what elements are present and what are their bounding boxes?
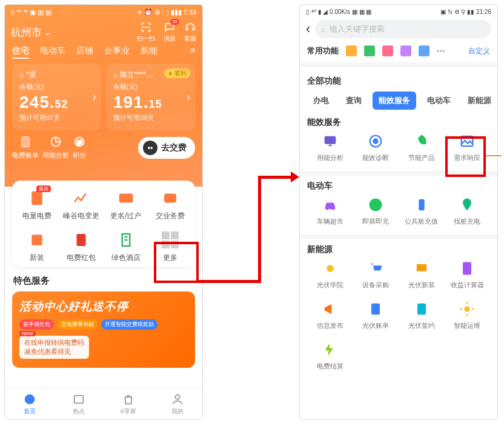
monitor-icon bbox=[322, 133, 339, 150]
scan-button[interactable]: 扫一扫 bbox=[137, 21, 155, 43]
search-input[interactable]: ⌕输入关键字搜索 bbox=[315, 20, 491, 38]
fn-car-market[interactable]: 车辆超市 bbox=[307, 196, 353, 226]
mini-icon[interactable] bbox=[382, 45, 393, 56]
svg-rect-5 bbox=[31, 191, 42, 205]
tab-ev[interactable]: 电动车 bbox=[40, 45, 65, 59]
chart-icon bbox=[72, 189, 90, 207]
fn-usage-fee[interactable]: 最新电量电费 bbox=[15, 189, 59, 221]
dots-icon: ••• bbox=[437, 47, 445, 56]
mini-icon[interactable] bbox=[400, 45, 411, 56]
target-icon bbox=[367, 133, 384, 150]
fn-pv-academy[interactable]: 光伏学院 bbox=[307, 260, 353, 290]
fn-usage-analysis[interactable]: 用能分析 bbox=[307, 133, 353, 162]
tab-shop[interactable]: 店铺 bbox=[76, 45, 93, 59]
svg-point-13 bbox=[176, 394, 180, 399]
fn-find-charger[interactable]: 找桩充电 bbox=[445, 196, 491, 226]
tab-home[interactable]: 住宅 bbox=[12, 45, 29, 59]
svg-rect-24 bbox=[417, 264, 426, 271]
messages-button[interactable]: 39 消息 bbox=[164, 21, 176, 43]
analysis-button[interactable]: 用能分析 bbox=[42, 135, 69, 160]
home-icon: ⌂ bbox=[113, 71, 118, 79]
tab-newenergy[interactable]: 新能 bbox=[141, 45, 158, 59]
tab-ehome-nav[interactable]: e享家 bbox=[104, 388, 153, 419]
fn-smart-ops[interactable]: 智能运维 bbox=[445, 301, 491, 330]
fn-bizfee[interactable]: 交业务费 bbox=[148, 189, 193, 221]
user-icon bbox=[171, 393, 184, 406]
svg-rect-0 bbox=[22, 137, 30, 147]
fn-news[interactable]: 信息发布 bbox=[307, 301, 353, 330]
svg-rect-22 bbox=[419, 199, 424, 211]
back-button[interactable]: ‹ bbox=[306, 21, 310, 37]
signin-badge[interactable]: ☀签到 bbox=[164, 68, 190, 78]
svg-rect-14 bbox=[324, 136, 336, 144]
mini-icon[interactable] bbox=[346, 45, 357, 56]
tab-home-nav[interactable]: 首页 bbox=[5, 388, 55, 419]
help-button[interactable]: 客服 bbox=[184, 21, 196, 43]
all-functions-screen: ▯ ⁴⁶ ▮ ◢ 0.00K/s ▦ ▦ ▦ ▣ ℕ ⚙ ⚲ ▮▮ 21:26 … bbox=[300, 5, 497, 419]
fn-public-recharge[interactable]: 公共桩充值 bbox=[399, 196, 445, 226]
pay-button[interactable]: ••去交费 bbox=[138, 137, 195, 159]
svg-point-19 bbox=[326, 208, 328, 210]
promo-banner[interactable]: 活动中心好礼送不停 新手领红包 交电费享补贴 开通智能交费得奖励 NEW 在线申… bbox=[12, 291, 195, 368]
sec-efficiency-title: 能效服务 bbox=[307, 117, 490, 128]
tab-hot-nav[interactable]: 热点 bbox=[55, 388, 104, 419]
search-icon: ⌕ bbox=[321, 25, 326, 34]
fn-plug-charge[interactable]: 即插即充 bbox=[353, 196, 399, 226]
fn-equipment[interactable]: 设备采购 bbox=[353, 260, 399, 290]
mini-icon[interactable] bbox=[364, 45, 375, 56]
mini-icon[interactable] bbox=[419, 45, 429, 56]
status-right: ✈ ⏰ ⚙ ⬚ ▮▮▮ 7:33 bbox=[137, 8, 196, 16]
fn-rename[interactable]: 更名/过户 bbox=[104, 189, 148, 221]
fn-peak-valley[interactable]: 峰谷电变更 bbox=[59, 189, 104, 221]
ct-apply[interactable]: 办电 bbox=[307, 92, 335, 110]
svg-rect-7 bbox=[164, 194, 176, 203]
account-card-1[interactable]: ⌂*彦 余额(元) 245.52 预计可用97天 › bbox=[12, 64, 101, 130]
svg-rect-26 bbox=[371, 304, 380, 315]
fn-roi-calc[interactable]: 收益计算器 bbox=[445, 260, 491, 290]
customize-button[interactable]: 自定义 bbox=[468, 46, 490, 56]
tab-me-nav[interactable]: 我的 bbox=[153, 388, 203, 419]
highlight-demand-response bbox=[445, 136, 486, 177]
bill-button[interactable]: 电费账单 bbox=[12, 135, 39, 160]
account-card-2[interactable]: ☀签到 ⌂陈立****… 余额(元) 191.15 预计可用39天 › bbox=[106, 64, 195, 130]
account-name: ⌂*彦 bbox=[19, 70, 94, 80]
balance-label: 余额(元) bbox=[113, 82, 188, 92]
fn-new-install[interactable]: 新装 bbox=[15, 231, 59, 263]
contract-icon bbox=[413, 301, 430, 318]
highlight-more bbox=[154, 242, 199, 283]
arrow-segment bbox=[258, 176, 292, 179]
ct-query[interactable]: 查询 bbox=[340, 92, 368, 110]
sec-newenergy-title: 新能源 bbox=[307, 244, 490, 255]
tabs-menu-icon[interactable]: ≡ bbox=[190, 45, 195, 59]
tab-enterprise[interactable]: 企事业 bbox=[104, 45, 130, 59]
svg-rect-9 bbox=[77, 234, 86, 246]
search-placeholder: 输入关键字搜索 bbox=[330, 24, 385, 35]
fn-diagnosis[interactable]: 能效诊断 bbox=[353, 133, 399, 162]
fn-fee-settle[interactable]: 电费结算 bbox=[307, 341, 353, 371]
bag-icon bbox=[122, 393, 135, 406]
svg-rect-25 bbox=[463, 262, 471, 275]
promo-info: NEW 在线申报转供电费码 减免优惠看得见 bbox=[19, 336, 89, 359]
common-label: 常用功能 bbox=[307, 45, 339, 56]
svg-point-28 bbox=[465, 306, 470, 311]
charger-icon bbox=[413, 196, 430, 213]
scan-icon bbox=[140, 21, 152, 33]
ct-ev[interactable]: 电动车 bbox=[421, 92, 457, 110]
ct-efficiency[interactable]: 能效服务 bbox=[373, 92, 416, 110]
fn-redpacket[interactable]: 电费红包 bbox=[59, 231, 104, 263]
fn-saving-products[interactable]: 节能产品 bbox=[399, 133, 445, 162]
status-left: ▯ ⁴⁶ ⁴⁶ ▣ ▥ ▤ bbox=[11, 8, 51, 16]
home-icon: ⌂ bbox=[19, 71, 24, 79]
svg-point-20 bbox=[332, 208, 334, 210]
redpacket-icon bbox=[72, 231, 90, 249]
ct-newenergy[interactable]: 新能源 bbox=[462, 92, 497, 110]
fn-green-hotel[interactable]: 绿色酒店 bbox=[104, 231, 148, 263]
panel-icon bbox=[413, 260, 430, 277]
coin-icon: 积 bbox=[73, 135, 86, 148]
svg-rect-15 bbox=[328, 145, 331, 146]
fn-pv-bill[interactable]: 光伏账单 bbox=[353, 301, 399, 330]
city-picker[interactable]: 杭州市 bbox=[11, 25, 51, 39]
fn-pv-install[interactable]: 光伏新装 bbox=[399, 260, 445, 290]
points-button[interactable]: 积积分 bbox=[73, 135, 86, 160]
fn-pv-contract[interactable]: 光伏签约 bbox=[399, 301, 445, 330]
